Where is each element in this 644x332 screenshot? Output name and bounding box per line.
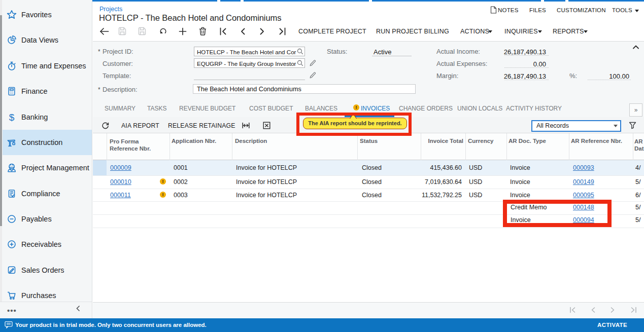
svg-text:$: $: [9, 112, 15, 122]
